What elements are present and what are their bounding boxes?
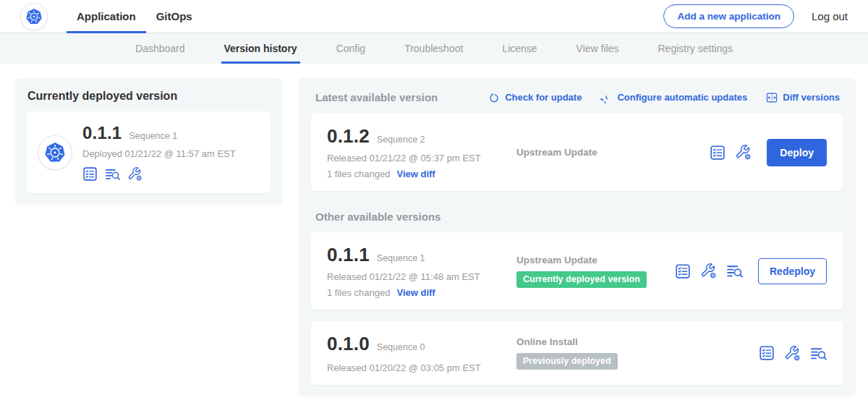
sequence-label: Sequence 1 [377,253,425,263]
subnav-tab-label: Version history [224,43,297,54]
subnav-tab-label: View files [576,43,619,54]
files-changed-label: 1 files changed [327,169,390,179]
version-source-label: Online Install [516,336,750,347]
subnav-tab-label: License [502,43,537,54]
subnav-tab-label: Dashboard [135,43,185,54]
latest-version-title: Latest available version [315,91,438,103]
view-logs-icon[interactable] [810,346,827,361]
app-subnav: Dashboard Version history Config Trouble… [0,33,868,64]
tab-gitops[interactable]: GitOps [146,0,203,33]
deployed-version-card: 0.1.1 Sequence 1 Deployed 01/21/22 @ 11:… [26,111,271,193]
check-for-update-label: Check for update [505,92,582,103]
previously-deployed-badge: Previously deployed [516,353,618,370]
subnav-tab-label: Config [336,43,365,54]
subnav-tab-version-history[interactable]: Version history [224,33,297,64]
release-notes-icon[interactable] [759,345,775,361]
deployed-sequence-label: Sequence 1 [129,131,177,141]
deploy-button[interactable]: Deploy [767,139,827,166]
released-date: Released 01/21/22 @ 05:37 pm EST [327,153,516,163]
add-application-button[interactable]: Add a new application [663,4,794,28]
files-changed-label: 1 files changed [327,287,390,298]
sequence-label: Sequence 0 [377,342,425,352]
view-diff-link[interactable]: View diff [396,169,435,179]
currently-deployed-title: Currently deployed version [27,90,269,103]
version-source-label: Upstream Update [516,147,701,158]
subnav-tab-license[interactable]: License [502,33,537,64]
app-logo [38,135,72,170]
currently-deployed-card: Currently deployed version 0.1.1 Sequenc… [14,78,282,205]
version-number: 0.1.2 [327,125,370,148]
subnav-tab-label: Registry settings [658,43,733,54]
edit-config-icon[interactable] [127,166,142,182]
version-source-label: Upstream Update [516,255,666,265]
subnav-tab-dashboard[interactable]: Dashboard [135,33,185,64]
check-for-update-link[interactable]: Check for update [488,92,582,103]
deployed-date: Deployed 01/21/22 @ 11:57 am EST [82,148,236,159]
released-date: Released 01/20/22 @ 03:05 pm EST [327,362,516,373]
release-notes-icon[interactable] [710,145,726,161]
version-number: 0.1.0 [327,333,370,355]
release-notes-icon[interactable] [82,166,98,182]
deployed-version-number: 0.1.1 [82,123,122,143]
tab-application-label: Application [77,10,136,22]
version-number: 0.1.1 [327,244,370,266]
logout-button[interactable]: Log out [812,10,848,22]
view-logs-icon[interactable] [726,263,743,279]
view-logs-icon[interactable] [105,166,120,182]
version-row-0-1-2: 0.1.2 Sequence 2 Released 01/21/22 @ 05:… [311,114,843,191]
header-tabs: Application GitOps [67,0,203,33]
subnav-tab-config[interactable]: Config [336,33,365,64]
subnav-tab-label: Troubleshoot [404,43,463,54]
configure-automatic-updates-link[interactable]: Configure automatic updates [600,92,747,103]
app-header: Application GitOps Add a new application… [0,0,868,33]
other-versions-title: Other available versions [315,211,840,223]
subnav-tab-troubleshoot[interactable]: Troubleshoot [404,33,463,64]
configure-automatic-updates-label: Configure automatic updates [617,92,747,103]
edit-config-icon[interactable] [784,345,801,362]
refresh-icon [488,92,500,103]
version-row-0-1-1: 0.1.1 Sequence 1 Released 01/21/22 @ 11:… [311,232,843,310]
redeploy-button[interactable]: Redeploy [758,258,827,284]
version-row-0-1-0: 0.1.0 Sequence 0 Released 01/20/22 @ 03:… [311,321,843,385]
currently-deployed-badge: Currently deployed version [516,271,647,288]
subnav-tab-view-files[interactable]: View files [576,33,619,64]
view-diff-link[interactable]: View diff [396,287,435,298]
diff-icon [766,92,778,103]
schedule-update-icon [600,92,612,103]
main-content: Currently deployed version 0.1.1 Sequenc… [0,64,868,396]
diff-versions-label: Diff versions [783,92,840,103]
edit-config-icon[interactable] [735,144,752,161]
sequence-label: Sequence 2 [377,135,425,145]
version-history-panel: Latest available version Check for updat… [298,78,856,396]
diff-versions-link[interactable]: Diff versions [766,92,840,103]
tab-gitops-label: GitOps [156,10,192,22]
release-notes-icon[interactable] [675,263,691,279]
kubernetes-logo [20,3,48,30]
subnav-tab-registry-settings[interactable]: Registry settings [658,33,733,64]
released-date: Released 01/21/22 @ 11:48 am EST [327,271,516,282]
edit-config-icon[interactable] [700,263,717,279]
tab-application[interactable]: Application [67,0,146,33]
